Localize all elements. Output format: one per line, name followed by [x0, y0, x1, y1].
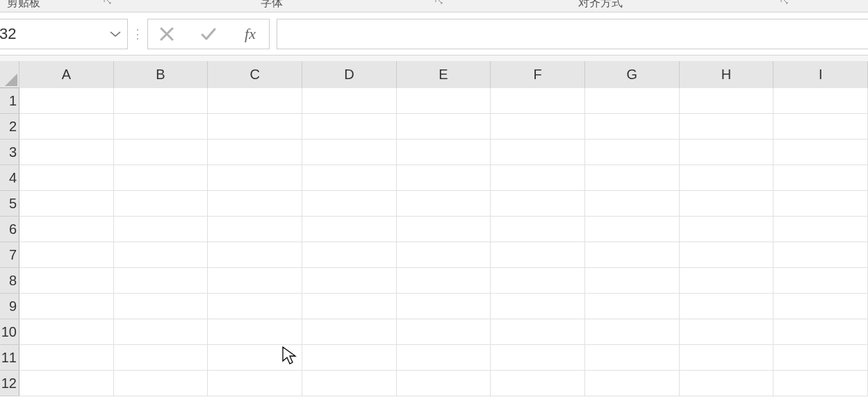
column-header[interactable]: D [302, 61, 397, 88]
dialog-launcher-icon[interactable] [434, 0, 444, 6]
cell[interactable] [585, 294, 680, 319]
formula-bar-split-handle[interactable]: ⋮ [128, 19, 147, 49]
cell[interactable] [585, 165, 680, 191]
cell[interactable] [397, 217, 491, 242]
cell[interactable] [302, 242, 397, 268]
dialog-launcher-icon[interactable] [780, 0, 789, 6]
cell[interactable] [114, 268, 208, 294]
cell[interactable] [491, 319, 585, 345]
cell[interactable] [114, 345, 208, 371]
column-header[interactable]: E [397, 61, 491, 88]
cell[interactable] [773, 165, 868, 191]
cell[interactable] [680, 294, 774, 319]
cell[interactable] [19, 294, 114, 319]
cell[interactable] [114, 191, 208, 217]
cell[interactable] [208, 140, 302, 165]
cell[interactable] [302, 140, 397, 165]
cell[interactable] [585, 217, 680, 242]
row-header[interactable]: 7 [0, 242, 19, 268]
cell[interactable] [114, 371, 208, 396]
cell[interactable] [773, 268, 868, 294]
cancel-button[interactable]: × [152, 20, 181, 48]
cell[interactable] [208, 191, 302, 217]
cell[interactable] [19, 319, 114, 345]
cell[interactable] [208, 319, 302, 345]
column-header[interactable]: B [114, 61, 208, 88]
cell[interactable] [302, 371, 397, 396]
row-header[interactable]: 2 [0, 114, 19, 140]
cell[interactable] [773, 294, 868, 319]
cell[interactable] [773, 217, 868, 242]
name-box-input[interactable] [0, 19, 127, 49]
cell[interactable] [680, 165, 774, 191]
cell[interactable] [397, 191, 491, 217]
select-all-button[interactable] [0, 61, 19, 88]
cell[interactable] [773, 88, 868, 114]
cell[interactable] [585, 268, 680, 294]
cell[interactable] [397, 268, 491, 294]
cell[interactable] [302, 294, 397, 319]
cell[interactable] [773, 371, 868, 396]
cell[interactable] [19, 345, 114, 371]
cell[interactable] [19, 242, 114, 268]
cell[interactable] [114, 319, 208, 345]
cell[interactable] [19, 140, 114, 165]
cell[interactable] [773, 191, 868, 217]
insert-function-button[interactable]: fx [236, 20, 265, 48]
cell[interactable] [19, 114, 114, 140]
row-header[interactable]: 12 [0, 371, 19, 396]
cell[interactable] [397, 345, 491, 371]
cell[interactable] [19, 88, 114, 114]
cell[interactable] [397, 88, 491, 114]
cell[interactable] [491, 242, 585, 268]
cell[interactable] [491, 114, 585, 140]
cell[interactable] [397, 242, 491, 268]
cell[interactable] [397, 165, 491, 191]
cell[interactable] [491, 294, 585, 319]
cell[interactable] [491, 140, 585, 165]
cell[interactable] [773, 140, 868, 165]
row-header[interactable]: 11 [0, 345, 19, 371]
cell[interactable] [585, 345, 680, 371]
cell[interactable] [680, 371, 774, 396]
cell[interactable] [302, 191, 397, 217]
cell[interactable] [397, 319, 491, 345]
cell[interactable] [397, 294, 491, 319]
cell[interactable] [397, 114, 491, 140]
cell[interactable] [114, 294, 208, 319]
enter-button[interactable]: ✓ [194, 20, 223, 48]
cell[interactable] [585, 191, 680, 217]
cell[interactable] [19, 165, 114, 191]
column-header[interactable]: F [491, 61, 585, 88]
cell[interactable] [208, 88, 302, 114]
cell[interactable] [773, 319, 868, 345]
cell[interactable] [585, 88, 680, 114]
cell[interactable] [491, 191, 585, 217]
row-header[interactable]: 1 [0, 88, 19, 114]
cell[interactable] [19, 217, 114, 242]
cell[interactable] [680, 345, 774, 371]
cell[interactable] [585, 114, 680, 140]
formula-input[interactable] [277, 19, 868, 49]
cell[interactable] [302, 268, 397, 294]
column-header[interactable]: G [585, 61, 680, 88]
cell[interactable] [773, 114, 868, 140]
cell[interactable] [680, 114, 774, 140]
cell[interactable] [19, 371, 114, 396]
column-header[interactable]: C [208, 61, 302, 88]
cells-area[interactable] [19, 88, 868, 413]
cell[interactable] [19, 268, 114, 294]
cell[interactable] [208, 371, 302, 396]
cell[interactable] [491, 217, 585, 242]
cell[interactable] [302, 114, 397, 140]
cell[interactable] [208, 165, 302, 191]
cell[interactable] [114, 242, 208, 268]
cell[interactable] [302, 88, 397, 114]
cell[interactable] [19, 191, 114, 217]
cell[interactable] [208, 294, 302, 319]
dialog-launcher-icon[interactable] [103, 0, 113, 6]
cell[interactable] [680, 242, 774, 268]
cell[interactable] [114, 140, 208, 165]
cell[interactable] [397, 140, 491, 165]
cell[interactable] [302, 217, 397, 242]
